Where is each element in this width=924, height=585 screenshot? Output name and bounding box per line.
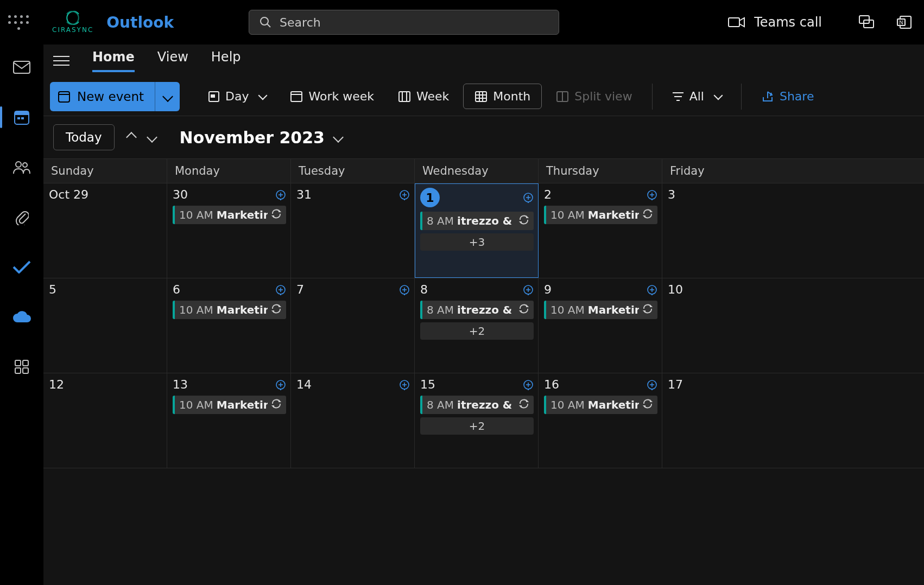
add-event-icon[interactable]: [399, 379, 410, 390]
calendar-cell[interactable]: 5: [43, 278, 167, 373]
toolbar-divider-2: [741, 84, 742, 110]
check-icon: [12, 260, 31, 274]
view-week-button[interactable]: Week: [388, 86, 459, 106]
event-title: itrezzo & Cira: [457, 214, 515, 227]
calendar-cell[interactable]: 31: [291, 183, 415, 278]
svg-rect-19: [59, 92, 69, 102]
split-view-button[interactable]: Split view: [546, 86, 642, 106]
calendar-cell[interactable]: 10: [662, 278, 724, 373]
calendar-icon: [14, 109, 30, 125]
day-header: Friday: [662, 159, 724, 183]
nav-toggle-button[interactable]: [53, 56, 69, 66]
calendar-event[interactable]: 8 AM itrezzo & Cira: [420, 301, 534, 319]
recurring-icon: [642, 398, 653, 411]
view-month-button[interactable]: Month: [463, 84, 542, 109]
svg-line-1: [267, 24, 270, 27]
week-label: Week: [416, 90, 449, 103]
calendar-cell[interactable]: 17: [662, 373, 724, 468]
calendar-event[interactable]: 10 AM Marketing t: [544, 206, 657, 224]
day-number: 17: [668, 378, 683, 391]
more-events-button[interactable]: +2: [420, 417, 534, 435]
onenote-icon[interactable]: N: [897, 15, 912, 29]
calendar-event[interactable]: 8 AM itrezzo & Cira: [420, 396, 534, 414]
add-event-icon[interactable]: [523, 379, 534, 390]
add-event-icon[interactable]: [399, 189, 410, 200]
view-day-button[interactable]: Day: [198, 86, 276, 106]
calendar-cell[interactable]: 12: [43, 373, 167, 468]
calendar-cell[interactable]: 3: [662, 183, 724, 278]
view-workweek-button[interactable]: Work week: [280, 86, 384, 106]
menu-help[interactable]: Help: [211, 49, 241, 72]
calendar-event[interactable]: 10 AM Marketing t: [173, 396, 286, 414]
recurring-icon: [271, 398, 282, 411]
add-event-icon[interactable]: [275, 379, 286, 390]
event-title: Marketing t: [217, 208, 268, 221]
search-input[interactable]: Search: [249, 10, 559, 35]
calendar-cell[interactable]: 210 AM Marketing t: [539, 183, 662, 278]
calendar-cell[interactable]: 1610 AM Marketing t: [539, 373, 662, 468]
add-event-icon[interactable]: [647, 379, 657, 390]
calendar-cell[interactable]: Oct 29: [43, 183, 167, 278]
new-event-main[interactable]: New event: [50, 82, 155, 111]
calendar-cell[interactable]: 610 AM Marketing t: [167, 278, 291, 373]
calendar-event[interactable]: 10 AM Marketing t: [544, 396, 657, 414]
calendar-event[interactable]: 10 AM Marketing t: [173, 301, 286, 319]
calendar-cell[interactable]: 910 AM Marketing t: [539, 278, 662, 373]
svg-rect-16: [23, 360, 28, 366]
calendar-event[interactable]: 10 AM Marketing t: [173, 206, 286, 224]
today-button[interactable]: Today: [53, 124, 115, 150]
add-event-icon[interactable]: [275, 189, 286, 200]
menu-home[interactable]: Home: [92, 49, 135, 72]
workweek-icon: [290, 91, 303, 103]
svg-point-0: [261, 17, 268, 25]
prev-period-button[interactable]: [126, 132, 137, 143]
rail-mail[interactable]: [7, 54, 36, 80]
calendar-event[interactable]: 10 AM Marketing t: [544, 301, 657, 319]
add-event-icon[interactable]: [523, 192, 534, 203]
day-number: 31: [296, 188, 312, 201]
add-event-icon[interactable]: [275, 284, 286, 295]
week-row: 121310 AM Marketing t14158 AM itrezzo & …: [43, 373, 924, 468]
calendar-cell[interactable]: 3010 AM Marketing t: [167, 183, 291, 278]
rail-people[interactable]: [7, 154, 36, 180]
split-icon: [556, 91, 569, 103]
calendar-cell[interactable]: 14: [291, 373, 415, 468]
add-event-icon[interactable]: [523, 284, 534, 295]
calendar-cell[interactable]: 18 AM itrezzo & Cira+3: [415, 183, 539, 278]
rail-more-apps[interactable]: [7, 354, 36, 380]
search-placeholder: Search: [280, 16, 321, 29]
menu-view[interactable]: View: [157, 49, 188, 72]
rail-todo[interactable]: [7, 254, 36, 280]
filter-all-button[interactable]: All: [662, 86, 731, 106]
more-events-button[interactable]: +3: [420, 233, 534, 251]
rail-onedrive[interactable]: [7, 304, 36, 330]
new-event-label: New event: [77, 90, 144, 104]
recurring-icon: [271, 208, 282, 221]
chat-icon[interactable]: [859, 15, 874, 29]
toolbar: New event Day Work week: [43, 77, 924, 116]
new-event-button[interactable]: New event: [50, 82, 180, 111]
month-picker[interactable]: November 2023: [180, 128, 342, 147]
people-icon: [12, 160, 31, 174]
day-number: 1: [420, 188, 440, 207]
add-event-icon[interactable]: [647, 189, 657, 200]
next-period-button[interactable]: [147, 132, 157, 143]
day-number: 15: [420, 378, 435, 391]
svg-rect-12: [21, 117, 24, 119]
event-title: Marketing t: [217, 398, 268, 411]
event-title: Marketing t: [588, 208, 639, 221]
rail-files[interactable]: [7, 204, 36, 230]
share-button[interactable]: Share: [751, 86, 824, 106]
calendar-cell[interactable]: 7: [291, 278, 415, 373]
rail-calendar[interactable]: [7, 104, 36, 130]
new-event-dropdown[interactable]: [155, 82, 180, 111]
calendar-cell[interactable]: 1310 AM Marketing t: [167, 373, 291, 468]
calendar-cell[interactable]: 88 AM itrezzo & Cira+2: [415, 278, 539, 373]
add-event-icon[interactable]: [399, 284, 410, 295]
add-event-icon[interactable]: [647, 284, 657, 295]
teams-call-button[interactable]: Teams call: [728, 15, 822, 30]
more-events-button[interactable]: +2: [420, 322, 534, 340]
app-launcher-icon[interactable]: [8, 11, 29, 33]
calendar-event[interactable]: 8 AM itrezzo & Cira: [420, 212, 534, 230]
calendar-cell[interactable]: 158 AM itrezzo & Cira+2: [415, 373, 539, 468]
